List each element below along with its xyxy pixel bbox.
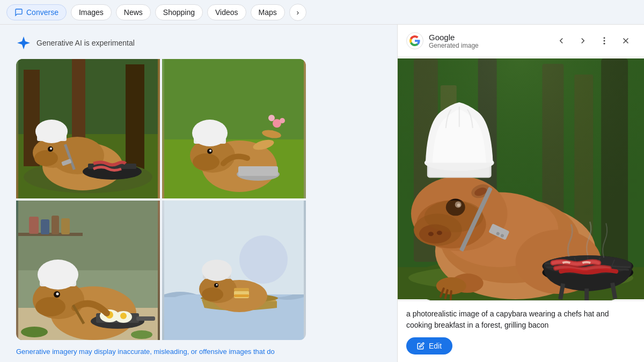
more-vert-icon [599, 36, 609, 46]
nav-pill-videos[interactable]: Videos [207, 4, 246, 20]
image-grid [16, 59, 306, 340]
svg-rect-39 [41, 219, 49, 234]
nav-more-button[interactable]: › [289, 4, 306, 21]
svg-point-30 [192, 120, 228, 146]
grid-image-4[interactable] [162, 201, 306, 340]
nav-forward-button[interactable] [573, 31, 592, 50]
svg-point-22 [268, 115, 275, 121]
nav-pill-news[interactable]: News [116, 4, 151, 20]
svg-point-99 [437, 231, 442, 235]
svg-point-66 [202, 287, 223, 301]
svg-rect-38 [29, 217, 39, 234]
image-caption: a photorealistic image of a capybara wea… [406, 308, 635, 331]
svg-point-98 [428, 232, 434, 236]
svg-point-49 [38, 260, 78, 290]
shopping-label: Shopping [163, 8, 195, 17]
close-icon [621, 36, 631, 46]
left-panel: Generative AI is experimental [0, 25, 397, 362]
svg-point-12 [50, 147, 52, 150]
svg-point-55 [120, 313, 127, 319]
svg-point-75 [604, 40, 605, 42]
svg-rect-37 [18, 233, 83, 236]
nav-pill-images[interactable]: Images [71, 4, 112, 20]
nav-pill-shopping[interactable]: Shopping [155, 4, 203, 20]
edit-button[interactable]: Edit [406, 337, 452, 354]
svg-rect-73 [234, 294, 249, 297]
svg-point-10 [34, 150, 58, 166]
news-label: News [124, 8, 143, 17]
chevron-right-icon: › [296, 8, 299, 17]
grid-image-3[interactable] [16, 201, 160, 340]
svg-rect-72 [234, 288, 249, 291]
svg-point-61 [239, 235, 288, 284]
header-actions [552, 31, 635, 50]
panel-footer: a photorealistic image of a capybara wea… [398, 300, 644, 362]
maps-label: Maps [259, 8, 277, 17]
top-navigation: Converse Images News Shopping Videos Map… [0, 0, 644, 25]
svg-rect-5 [72, 59, 85, 139]
header-title-block: Google Generated image [429, 33, 546, 49]
images-label: Images [79, 8, 104, 17]
chevron-left-icon [557, 36, 566, 46]
svg-point-76 [604, 43, 605, 45]
svg-point-68 [216, 284, 218, 286]
ai-badge-text: Generative AI is experimental [36, 39, 135, 47]
capybara-pancakes-svg [162, 59, 306, 198]
panel-header: Google Generated image [398, 25, 644, 57]
edit-pencil-icon [417, 342, 425, 350]
svg-point-74 [604, 37, 605, 39]
more-options-button[interactable] [595, 31, 614, 50]
nav-pill-converse[interactable]: Converse [6, 4, 67, 20]
svg-point-105 [425, 200, 484, 232]
svg-rect-32 [238, 166, 278, 176]
capybara-grilling-svg [16, 59, 160, 198]
converse-icon [14, 8, 23, 17]
svg-rect-113 [584, 289, 589, 300]
ai-badge: Generative AI is experimental [16, 35, 381, 50]
nav-back-button[interactable] [552, 31, 571, 50]
svg-rect-40 [52, 216, 59, 234]
svg-rect-41 [61, 218, 70, 234]
svg-rect-56 [136, 316, 155, 321]
grid-image-1[interactable] [16, 59, 160, 198]
capybara-eggs-svg [16, 201, 160, 340]
close-panel-button[interactable] [616, 31, 635, 50]
ai-sparkle-icon [16, 35, 31, 50]
svg-point-59 [131, 330, 152, 339]
header-subtitle: Generated image [429, 42, 546, 49]
svg-point-47 [56, 293, 59, 295]
disclaimer-text: Generative imagery may display inaccurat… [16, 348, 306, 356]
svg-point-14 [35, 120, 68, 143]
svg-point-58 [21, 327, 48, 337]
grid-image-2[interactable] [162, 59, 306, 198]
svg-point-70 [202, 260, 232, 281]
converse-label: Converse [26, 8, 58, 17]
main-content: Generative AI is experimental [0, 25, 644, 362]
chevron-right-icon [578, 36, 588, 46]
svg-rect-4 [126, 64, 144, 172]
capybara-boat-svg [162, 201, 306, 340]
svg-point-23 [280, 118, 285, 123]
google-logo [406, 32, 423, 49]
header-title: Google [429, 33, 546, 42]
svg-point-28 [209, 150, 211, 152]
google-g-icon [409, 35, 420, 46]
main-generated-image[interactable] [398, 57, 644, 300]
main-capybara-svg [398, 57, 644, 300]
right-panel: Google Generated image [397, 25, 644, 362]
edit-label: Edit [429, 342, 442, 350]
videos-label: Videos [215, 8, 238, 17]
svg-point-45 [35, 297, 65, 316]
svg-marker-0 [17, 36, 30, 49]
svg-point-26 [193, 153, 219, 171]
nav-pill-maps[interactable]: Maps [251, 4, 285, 20]
